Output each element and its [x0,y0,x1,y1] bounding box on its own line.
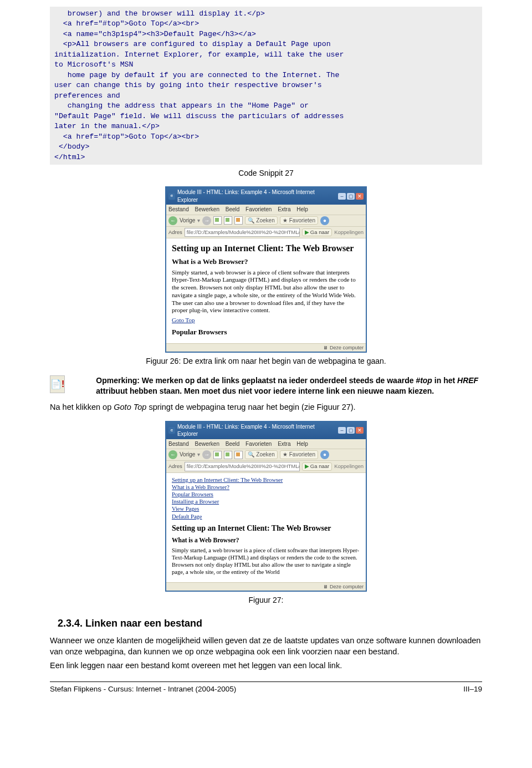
home-button[interactable] [234,216,243,225]
code-line: changing the address that appears in the… [54,101,309,110]
footer-right: III–19 [463,684,482,694]
stop-button[interactable] [213,451,222,459]
menu-item-extra[interactable]: Extra [278,441,290,447]
address-input[interactable]: file://D:/Examples/Module%20III%20-%20HT… [185,228,300,237]
code-line: <a href="#top">Goto Top</a><br> [54,19,199,28]
menu-item-help[interactable]: Help [296,206,308,212]
back-button[interactable]: ← [168,450,177,459]
address-label: Adres [168,463,182,470]
go-button[interactable]: ▶Ga naar [302,462,332,471]
page-subheading-2: Popular Browsers [172,328,360,337]
toc-link-6[interactable]: Default Page [172,513,360,520]
title-bar: e Module III - HTML: Links: Example 4 - … [166,187,366,205]
code-line: <p>All browsers are configured to displa… [54,40,331,48]
code-caption: Code Snippit 27 [50,168,482,179]
footer-rule [50,681,482,682]
menu-item-favorieten[interactable]: Favorieten [245,206,272,212]
menu-item-bestand[interactable]: Bestand [168,441,189,447]
close-button[interactable]: ✕ [356,427,364,434]
code-snippet-block: browser) and the browser will display it… [50,7,482,165]
body-paragraph-goto: Na het klikken op Goto Top springt de we… [50,402,482,413]
forward-button[interactable]: → [202,450,211,459]
title-bar: e Module III - HTML: Links: Example 4 - … [166,422,366,439]
back-button[interactable]: ← [168,216,177,225]
code-line: <a href="#top">Goto Top</a><br> [54,133,199,141]
code-line: preferences and [54,91,120,100]
forward-button[interactable]: → [202,216,211,225]
minimize-button[interactable]: – [338,427,346,434]
back-label: Vorige [180,217,195,225]
window-title: Module III - HTML: Links: Example 4 - Mi… [177,189,336,204]
goto-top-link[interactable]: Goto Top [172,317,195,323]
toc-link-4[interactable]: Installing a Browser [172,498,360,505]
koppelingen-label[interactable]: Koppelingen [334,463,364,470]
refresh-button[interactable] [224,451,232,459]
figure-26-caption: Figuur 26: De extra link om naar het beg… [50,356,482,367]
page-content: Setting up an Internet Client: The Web B… [166,473,366,582]
go-button[interactable]: ▶Ga naar [302,228,332,237]
page-content: Setting up an Internet Client: The Web B… [166,238,366,343]
computer-icon: 🖥 [323,583,328,590]
media-button[interactable]: ● [320,450,329,459]
address-bar: Adres file://D:/Examples/Module%20III%20… [166,227,366,239]
code-line: home page by default if you are connecte… [54,71,339,79]
page-paragraph: Simply started, a web browser is a piece… [172,269,360,315]
figure-27-caption: Figuur 27: [50,595,482,606]
code-line: initialization. Internet Explorer, for e… [54,50,344,59]
address-bar: Adres file://D:/Examples/Module%20III%20… [166,461,366,473]
menu-item-bestand[interactable]: Bestand [168,206,189,212]
address-input[interactable]: file://D:/Examples/Module%20III%20-%20HT… [185,462,300,471]
back-label: Vorige [180,451,195,459]
browser-window-fig26: e Module III - HTML: Links: Example 4 - … [165,186,367,353]
favorites-button[interactable]: ★ Favorieten [280,450,318,459]
note-icon: 📄! [50,375,65,393]
koppelingen-label[interactable]: Koppelingen [334,229,364,236]
menu-item-bewerken[interactable]: Bewerken [195,441,219,447]
search-button[interactable]: 🔍 Zoeken [245,216,277,225]
body-paragraph-1: Wanneer we onze klanten de mogelijkheid … [50,635,482,657]
code-line: user can change this by going into their… [54,81,322,89]
toc-link-1[interactable]: Setting up an Internet Client: The Web B… [172,476,360,484]
code-line: browser) and the browser will display it… [54,9,265,18]
menu-item-help[interactable]: Help [296,441,308,447]
menu-item-extra[interactable]: Extra [278,206,290,212]
minimize-button[interactable]: – [338,193,346,200]
search-button[interactable]: 🔍 Zoeken [245,450,277,459]
toc-link-2[interactable]: What is a Web Browser? [172,484,360,491]
code-line: </html> [54,153,85,161]
home-button[interactable] [234,451,243,459]
body-paragraph-2: Een link leggen naar een bestand komt ov… [50,660,482,672]
toolbar: ← Vorige ▾ → 🔍 Zoeken ★ Favorieten ● [166,215,366,227]
status-text: Deze computer [330,583,364,590]
maximize-button[interactable]: ▢ [347,193,355,200]
toc-link-3[interactable]: Popular Browsers [172,491,360,498]
browser-window-fig27: e Module III - HTML: Links: Example 4 - … [165,421,367,592]
refresh-button[interactable] [224,216,232,225]
address-label: Adres [168,229,182,236]
menu-item-favorieten[interactable]: Favorieten [245,441,272,447]
menu-item-beeld[interactable]: Beeld [226,206,240,212]
page-heading: Setting up an Internet Client: The Web B… [172,523,360,533]
toolbar: ← Vorige ▾ → 🔍 Zoeken ★ Favorieten ● [166,449,366,461]
menu-bar: Bestand Bewerken Beeld Favorieten Extra … [166,439,366,449]
code-line: "Default Page" field. We will discuss th… [54,112,344,120]
status-bar: 🖥Deze computer [166,582,366,591]
close-button[interactable]: ✕ [356,193,364,200]
menu-item-beeld[interactable]: Beeld [226,441,240,447]
note-text: Opmerking: We merken op dat de links gep… [96,375,482,396]
page-subheading: What is a Web Browser? [172,257,360,266]
code-line: later in the manual.</p> [54,122,160,130]
status-text: Deze computer [330,344,364,351]
computer-icon: 🖥 [323,344,328,351]
media-button[interactable]: ● [320,216,329,225]
toc-link-5[interactable]: View Pages [172,505,360,512]
code-line: to Microsoft's MSN [54,60,133,69]
section-heading-234: 2.3.4. Linken naar een bestand [58,617,482,630]
window-title: Module III - HTML: Links: Example 4 - Mi… [177,423,336,438]
stop-button[interactable] [213,216,222,225]
favorites-button[interactable]: ★ Favorieten [280,216,318,225]
maximize-button[interactable]: ▢ [347,427,355,434]
code-line: <a name="ch3p1sp4"><h3>Default Page</h3>… [54,30,256,38]
page-heading: Setting up an Internet Client: The Web B… [172,243,360,254]
menu-item-bewerken[interactable]: Bewerken [195,206,219,212]
